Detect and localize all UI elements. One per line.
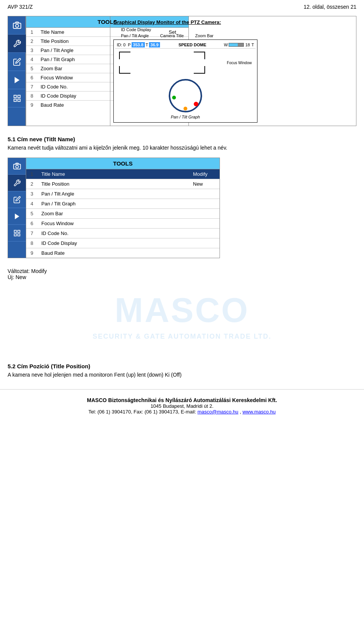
graphical-panel: Graphical Display Monitor of the PTZ Cam… — [110, 16, 356, 126]
row-value — [189, 209, 220, 219]
svg-point-1 — [16, 24, 19, 27]
table-row: 7 ID Code No. — [26, 229, 220, 238]
camera-icon-2[interactable] — [8, 158, 26, 175]
edit-icon[interactable] — [8, 53, 26, 71]
play-icon[interactable] — [8, 71, 26, 89]
table-row: 9 Baud Rate — [26, 248, 220, 258]
circle-svg — [166, 77, 204, 115]
footer-email[interactable]: masco@masco.hu — [198, 409, 238, 415]
row-num: 7 — [26, 229, 38, 238]
table-row: 4 Pan / Tilt Graph — [26, 199, 220, 209]
row-num: 8 — [26, 92, 38, 101]
page-header: AVP 321/Z 12. oldal, összesen 21 — [0, 0, 364, 12]
row-name: Title Name — [38, 169, 189, 179]
svg-rect-16 — [14, 233, 17, 236]
sidebar-icons-2 — [8, 158, 26, 258]
section-51-heading: 5.1 Cím neve (Titlt Name) — [8, 136, 356, 142]
svg-rect-3 — [14, 95, 16, 97]
row-num: 8 — [26, 238, 38, 248]
row-num: 1 — [26, 28, 38, 37]
table-row: 5 Zoom Bar — [26, 209, 220, 219]
footer-contact: Tel: (06 1) 3904170, Fax: (06 1) 3904173… — [8, 409, 356, 415]
table-row: 2 Title Position New — [26, 179, 220, 189]
section-52-text: A kamera neve hol jelenjen med a monitor… — [8, 372, 356, 378]
footer-company: MASCO Biztonságtechnikai és Nyílászáró A… — [8, 397, 356, 403]
zoom-w-label: W — [224, 43, 228, 47]
footer-address: 1045 Budapest, Madridi út 2. — [8, 403, 356, 409]
svg-marker-13 — [15, 213, 19, 219]
svg-point-10 — [184, 107, 187, 110]
table-row: 6 Focus Window — [26, 219, 220, 229]
row-num: 6 — [26, 219, 38, 229]
doc-id: AVP 321/Z — [8, 4, 33, 10]
row-name: Baud Rate — [38, 248, 189, 258]
table-row: 8 ID Code Display — [26, 238, 220, 248]
focus-area: Focus Window — [119, 52, 252, 74]
svg-marker-2 — [15, 77, 20, 83]
footer-contact-text: Tel: (06 1) 3904170, Fax: (06 1) 3904173… — [88, 409, 198, 415]
t-label: T — [146, 43, 148, 47]
row-num: 7 — [26, 82, 38, 92]
zoom-value: 18 — [245, 43, 250, 47]
edit-icon-2[interactable] — [8, 191, 26, 208]
pan-tilt-angle-label: Pan / Tilt Angle — [121, 33, 149, 38]
wrench-icon[interactable] — [8, 35, 26, 53]
cam-id: ID: 0 — [117, 43, 126, 47]
svg-rect-15 — [18, 230, 20, 232]
row-value — [189, 229, 220, 238]
svg-rect-5 — [14, 99, 16, 101]
camera-icon[interactable] — [8, 16, 26, 35]
cam-title-value: SPEED DOME — [161, 43, 224, 47]
id-code-label: ID Code Display — [121, 27, 155, 32]
row-value — [189, 248, 220, 258]
p-value: 353.8 — [132, 42, 145, 47]
graphical-title: Graphical Display Monitor of the PTZ Cam… — [113, 19, 353, 25]
row-num: 9 — [26, 101, 38, 110]
svg-rect-4 — [18, 95, 20, 97]
section-51-text: Kamera nevét tudja változatni ami a kije… — [8, 145, 356, 151]
watermark-sub: SECURITY & GATE AUTOMATION TRADE LTD. — [93, 333, 271, 341]
page-footer: MASCO Biztonságtechnikai és Nyílászáró A… — [0, 389, 364, 422]
section-51: 5.1 Cím neve (Titlt Name) Kamera nevét t… — [0, 130, 364, 154]
play-icon-2[interactable] — [8, 208, 26, 225]
row-name: Zoom Bar — [38, 209, 189, 219]
tools-table-2: 1 Title Name Modify 2 Title Position New… — [26, 169, 220, 258]
svg-point-12 — [16, 165, 18, 168]
svg-point-8 — [194, 102, 198, 106]
row-name: Pan / Tilt Angle — [38, 189, 189, 199]
grid-icon-2[interactable] — [8, 225, 26, 241]
grid-icon[interactable] — [8, 89, 26, 107]
row-num: 3 — [26, 189, 38, 199]
top-section: TOOLS 1 Title Name Set 2 Title Position … — [0, 12, 364, 130]
graphical-label-row: ID Code Display — [121, 27, 353, 32]
table-row: 3 Pan / Tilt Angle — [26, 189, 220, 199]
tools-title-2: TOOLS — [26, 158, 220, 169]
camera-display: ID: 0 P 353.8 T 36.9 SPEED DOME W 18 T — [113, 39, 257, 123]
row-name: Pan / Tilt Graph — [38, 199, 189, 209]
p-label: P — [128, 43, 130, 47]
row-num: 5 — [26, 209, 38, 219]
row-name: ID Code Display — [38, 238, 189, 248]
focus-brackets-right — [194, 52, 205, 74]
footer-url[interactable]: www.masco.hu — [242, 409, 275, 415]
wrench-icon-2[interactable] — [8, 175, 26, 191]
svg-rect-17 — [18, 233, 20, 236]
cam-info-row: ID: 0 P 353.8 T 36.9 SPEED DOME W 18 T — [115, 41, 256, 49]
svg-rect-6 — [18, 99, 20, 101]
row-name: Focus Window — [38, 219, 189, 229]
zoom-bar — [229, 43, 244, 47]
row-num: 9 — [26, 248, 38, 258]
row-name: ID Code No. — [38, 229, 189, 238]
row-num: 3 — [26, 46, 38, 55]
tools-panel-2-wrapper: TOOLS 1 Title Name Modify 2 Title Positi… — [8, 158, 220, 258]
row-num: 1 — [26, 169, 38, 179]
focus-window-label: Focus Window — [227, 61, 252, 65]
svg-point-9 — [172, 96, 176, 99]
focus-brackets-left — [119, 52, 130, 74]
watermark-section: MASCO SECURITY & GATE AUTOMATION TRADE L… — [0, 283, 364, 359]
note-line2: Új: New — [8, 274, 356, 280]
bracket-br — [194, 66, 205, 74]
bracket-tr — [194, 52, 205, 59]
row-value — [189, 219, 220, 229]
notes-section: Változtat: Modify Új: New — [0, 262, 364, 283]
